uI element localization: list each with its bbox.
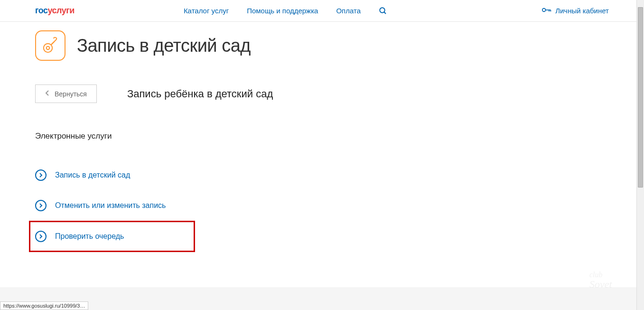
service-item-enroll[interactable]: Запись в детский сад: [35, 160, 609, 190]
svg-point-6: [44, 44, 52, 52]
service-label: Запись в детский сад: [55, 171, 130, 179]
svg-point-2: [542, 9, 546, 12]
back-button[interactable]: Вернуться: [35, 85, 97, 103]
service-item-cancel[interactable]: Отменить или изменить запись: [35, 190, 609, 221]
service-label: Проверить очередь: [55, 232, 124, 241]
scrollbar[interactable]: [636, 0, 644, 310]
logo-part1: гос: [35, 6, 48, 15]
key-icon: [542, 7, 551, 15]
svg-text:club: club: [589, 271, 603, 279]
scrollbar-thumb[interactable]: [638, 7, 643, 188]
search-icon[interactable]: [379, 7, 387, 15]
pacifier-icon: [35, 30, 65, 61]
header: госуслуги Каталог услуг Помощь и поддерж…: [0, 0, 644, 22]
logo-part2: услуги: [48, 6, 75, 15]
status-bar: https://www.gosuslugi.ru/10999/3…: [0, 301, 88, 310]
svg-point-7: [47, 47, 50, 50]
nav-catalog[interactable]: Каталог услуг: [184, 7, 229, 15]
content: Запись в детский сад Вернуться Запись ре…: [0, 22, 644, 252]
chevron-left-icon: [45, 90, 50, 98]
sub-row: Вернуться Запись ребёнка в детский сад: [35, 85, 609, 103]
svg-line-1: [384, 12, 386, 14]
account-label: Личный кабинет: [555, 7, 609, 15]
arrow-right-circle-icon: [35, 200, 47, 211]
service-item-check-queue[interactable]: Проверить очередь: [29, 221, 195, 252]
page-title: Запись в детский сад: [77, 36, 251, 56]
subtitle: Запись ребёнка в детский сад: [127, 88, 273, 100]
account-link[interactable]: Личный кабинет: [542, 7, 609, 15]
nav-help[interactable]: Помощь и поддержка: [247, 7, 318, 15]
nav-payment[interactable]: Оплата: [336, 7, 361, 15]
service-label: Отменить или изменить запись: [55, 201, 166, 210]
back-label: Вернуться: [55, 90, 87, 98]
nav-links: Каталог услуг Помощь и поддержка Оплата: [184, 7, 387, 15]
arrow-right-circle-icon: [35, 231, 47, 242]
arrow-right-circle-icon: [35, 169, 47, 181]
logo[interactable]: госуслуги: [35, 6, 75, 16]
title-row: Запись в детский сад: [35, 30, 609, 61]
section-title: Электронные услуги: [35, 132, 609, 141]
svg-point-0: [380, 8, 385, 13]
service-list: Запись в детский сад Отменить или измени…: [35, 160, 609, 252]
footer: [0, 287, 644, 310]
